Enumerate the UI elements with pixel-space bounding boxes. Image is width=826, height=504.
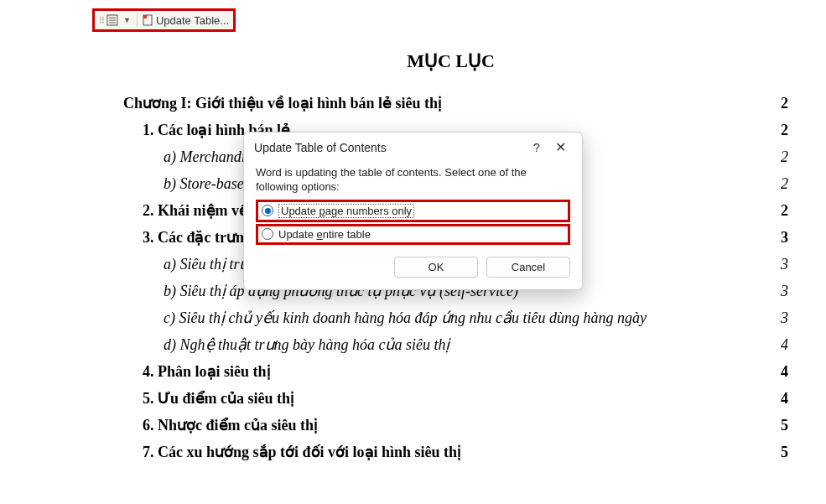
toc-entry-label: 2. Khái niệm về s <box>143 201 258 220</box>
dialog-buttons: OK Cancel <box>244 257 582 289</box>
toc-entry-label: 5. Ưu điểm của siêu thị <box>143 389 294 408</box>
radio-mark-icon <box>262 228 273 240</box>
toc-entry-label: 7. Các xu hướng sắp tới đối với loại hìn… <box>143 443 461 461</box>
toc-entry: 6. Nhược điểm của siêu thị5 <box>113 415 788 434</box>
toc-leader-dots <box>445 93 777 108</box>
toc-settings-icon[interactable] <box>106 13 119 27</box>
dropdown-arrow-icon[interactable]: ▼ <box>121 16 133 24</box>
toc-entry: d) Nghệ thuật trưng bày hàng hóa của siê… <box>113 335 788 354</box>
toc-leader-dots <box>465 442 777 457</box>
toc-entry: c) Siêu thị chủ yếu kinh doanh hàng hóa … <box>113 308 788 327</box>
toc-leader-dots <box>453 335 777 350</box>
toc-page-number: 2 <box>781 148 788 166</box>
toc-entry: 7. Các xu hướng sắp tới đối với loại hìn… <box>113 442 788 461</box>
doc-title: MỤC LỤC <box>113 50 788 72</box>
svg-rect-5 <box>143 15 147 18</box>
radio-label: Update page numbers only <box>278 204 414 218</box>
toc-page-number: 4 <box>781 390 788 408</box>
toc-entry: Chương I: Giới thiệu về loại hình bán lẻ… <box>113 93 788 112</box>
toc-leader-dots <box>274 361 777 377</box>
toc-entry-label: 4. Phân loại siêu thị <box>143 362 271 381</box>
update-table-button[interactable]: Update Table... <box>156 14 229 27</box>
toc-page-number: 2 <box>781 202 788 220</box>
toc-page-number: 3 <box>781 283 788 300</box>
radio-mark-icon <box>262 205 273 216</box>
toc-entry-label: d) Nghệ thuật trưng bày hàng hóa của siê… <box>164 335 449 354</box>
toc-page-number: 2 <box>781 175 788 193</box>
toc-leader-dots <box>650 308 777 323</box>
toc-page-number: 3 <box>781 229 788 247</box>
toc-page-number: 5 <box>781 444 788 461</box>
dialog-titlebar: Update Table of Contents ? ✕ <box>244 132 582 162</box>
dialog-title: Update Table of Contents <box>254 141 525 154</box>
toc-entry-label: 3. Các đặc trưng <box>143 228 252 247</box>
toc-leader-dots <box>298 388 777 403</box>
toc-page-number: 2 <box>781 95 788 112</box>
close-icon[interactable]: ✕ <box>548 139 572 155</box>
toc-entry: 4. Phân loại siêu thị4 <box>113 361 788 381</box>
toc-page-number: 3 <box>781 309 788 327</box>
drag-grip-icon: ⁝⁝ <box>99 14 104 26</box>
toc-entry-label: Chương I: Giới thiệu về loại hình bán lẻ… <box>123 94 442 112</box>
ok-button[interactable]: OK <box>394 257 478 278</box>
help-icon[interactable]: ? <box>525 141 548 154</box>
toc-page-number: 5 <box>781 417 788 434</box>
dialog-prompt: Word is updating the table of contents. … <box>256 166 570 195</box>
toc-page-number: 2 <box>781 122 788 139</box>
toc-page-number: 4 <box>781 363 788 381</box>
separator <box>137 13 138 27</box>
dialog-body: Word is updating the table of contents. … <box>244 162 582 257</box>
update-toc-dialog: Update Table of Contents ? ✕ Word is upd… <box>243 132 583 290</box>
toc-entry-label: c) Siêu thị chủ yếu kinh doanh hàng hóa … <box>164 309 647 327</box>
cancel-button[interactable]: Cancel <box>486 257 570 278</box>
radio-label: Update entire table <box>278 228 371 241</box>
toc-page-number: 4 <box>781 336 788 354</box>
toc-page-number: 3 <box>781 256 788 273</box>
toc-entry-label: 6. Nhược điểm của siêu thị <box>143 416 318 434</box>
toc-leader-dots <box>321 415 777 430</box>
radio-update-entire-table[interactable]: Update entire table <box>256 224 570 245</box>
update-page-icon[interactable] <box>141 13 154 27</box>
radio-update-page-numbers[interactable]: Update page numbers only <box>256 200 570 222</box>
toc-toolbar[interactable]: ⁝⁝ ▼ Update Table... <box>92 8 236 32</box>
toc-entry: 5. Ưu điểm của siêu thị4 <box>113 388 788 408</box>
